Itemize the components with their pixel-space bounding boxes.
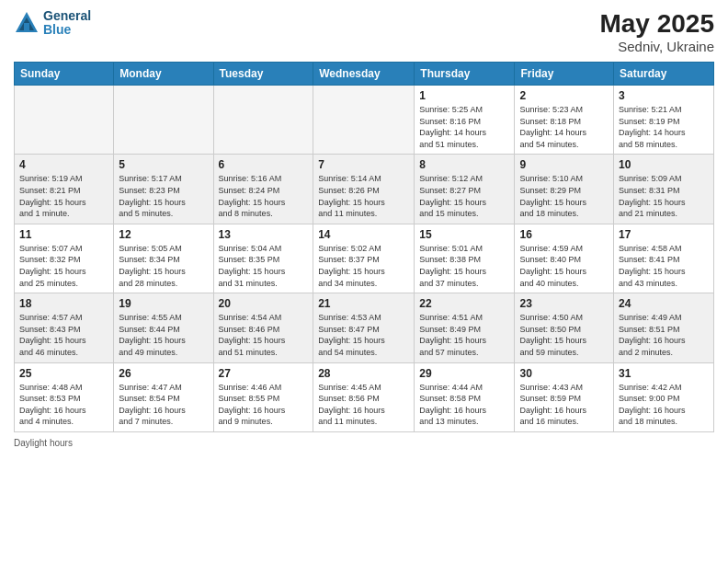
day-number: 23 — [519, 297, 609, 310]
calendar-cell: 4Sunrise: 5:19 AM Sunset: 8:21 PM Daylig… — [15, 155, 114, 224]
calendar-cell: 23Sunrise: 4:50 AM Sunset: 8:50 PM Dayli… — [515, 293, 614, 362]
calendar-cell: 13Sunrise: 5:04 AM Sunset: 8:35 PM Dayli… — [213, 224, 313, 293]
day-number: 1 — [419, 89, 509, 102]
logo-icon — [14, 10, 40, 36]
day-number: 19 — [119, 297, 208, 310]
day-number: 13 — [219, 228, 309, 241]
day-info: Sunrise: 5:09 AM Sunset: 8:31 PM Dayligh… — [619, 173, 709, 219]
day-info: Sunrise: 5:10 AM Sunset: 8:29 PM Dayligh… — [519, 173, 609, 219]
sub-title: Sedniv, Ukraine — [599, 39, 714, 54]
day-info: Sunrise: 4:44 AM Sunset: 8:58 PM Dayligh… — [419, 382, 509, 428]
calendar-cell: 6Sunrise: 5:16 AM Sunset: 8:24 PM Daylig… — [213, 155, 313, 224]
day-info: Sunrise: 5:23 AM Sunset: 8:18 PM Dayligh… — [519, 104, 609, 150]
calendar-cell: 20Sunrise: 4:54 AM Sunset: 8:46 PM Dayli… — [213, 293, 313, 362]
calendar-cell: 29Sunrise: 4:44 AM Sunset: 8:58 PM Dayli… — [415, 362, 515, 431]
day-number: 21 — [318, 297, 409, 310]
calendar-cell: 12Sunrise: 5:05 AM Sunset: 8:34 PM Dayli… — [114, 224, 213, 293]
day-info: Sunrise: 4:58 AM Sunset: 8:41 PM Dayligh… — [619, 243, 709, 289]
day-info: Sunrise: 4:53 AM Sunset: 8:47 PM Dayligh… — [318, 312, 409, 358]
title-block: May 2025 Sedniv, Ukraine — [599, 9, 714, 54]
day-info: Sunrise: 5:02 AM Sunset: 8:37 PM Dayligh… — [318, 243, 409, 289]
calendar-cell: 17Sunrise: 4:58 AM Sunset: 8:41 PM Dayli… — [614, 224, 714, 293]
day-info: Sunrise: 4:46 AM Sunset: 8:55 PM Dayligh… — [219, 382, 309, 428]
logo: General Blue — [14, 9, 91, 38]
day-number: 25 — [19, 367, 108, 380]
calendar-cell: 1Sunrise: 5:25 AM Sunset: 8:16 PM Daylig… — [415, 86, 515, 155]
calendar-cell: 5Sunrise: 5:17 AM Sunset: 8:23 PM Daylig… — [114, 155, 213, 224]
calendar-cell: 28Sunrise: 4:45 AM Sunset: 8:56 PM Dayli… — [313, 362, 415, 431]
calendar-cell: 19Sunrise: 4:55 AM Sunset: 8:44 PM Dayli… — [114, 293, 213, 362]
day-number: 26 — [119, 367, 208, 380]
calendar-cell: 26Sunrise: 4:47 AM Sunset: 8:54 PM Dayli… — [114, 362, 213, 431]
day-info: Sunrise: 4:43 AM Sunset: 8:59 PM Dayligh… — [519, 382, 609, 428]
calendar-cell — [213, 86, 313, 155]
svg-rect-2 — [24, 23, 29, 30]
col-header-thursday: Thursday — [415, 63, 515, 86]
day-info: Sunrise: 5:14 AM Sunset: 8:26 PM Dayligh… — [318, 173, 409, 219]
day-number: 2 — [519, 89, 609, 102]
calendar-cell: 10Sunrise: 5:09 AM Sunset: 8:31 PM Dayli… — [614, 155, 714, 224]
logo-text-general: General — [43, 9, 91, 23]
calendar-cell: 18Sunrise: 4:57 AM Sunset: 8:43 PM Dayli… — [15, 293, 114, 362]
day-number: 11 — [19, 228, 108, 241]
calendar-cell: 2Sunrise: 5:23 AM Sunset: 8:18 PM Daylig… — [515, 86, 614, 155]
day-info: Sunrise: 5:05 AM Sunset: 8:34 PM Dayligh… — [119, 243, 208, 289]
page: General Blue May 2025 Sedniv, Ukraine Su… — [0, 0, 728, 563]
day-number: 6 — [219, 158, 309, 171]
main-title: May 2025 — [599, 9, 714, 39]
calendar-cell: 16Sunrise: 4:59 AM Sunset: 8:40 PM Dayli… — [515, 224, 614, 293]
calendar-header-row: SundayMondayTuesdayWednesdayThursdayFrid… — [15, 63, 714, 86]
day-number: 14 — [318, 228, 409, 241]
week-row-3: 11Sunrise: 5:07 AM Sunset: 8:32 PM Dayli… — [15, 224, 714, 293]
daylight-label: Daylight hours — [14, 438, 73, 448]
day-info: Sunrise: 5:17 AM Sunset: 8:23 PM Dayligh… — [119, 173, 208, 219]
day-number: 15 — [419, 228, 509, 241]
calendar-cell: 11Sunrise: 5:07 AM Sunset: 8:32 PM Dayli… — [15, 224, 114, 293]
logo-text-blue: Blue — [43, 23, 91, 37]
calendar-table: SundayMondayTuesdayWednesdayThursdayFrid… — [14, 62, 714, 432]
day-info: Sunrise: 4:45 AM Sunset: 8:56 PM Dayligh… — [318, 382, 409, 428]
day-number: 12 — [119, 228, 208, 241]
day-info: Sunrise: 4:59 AM Sunset: 8:40 PM Dayligh… — [519, 243, 609, 289]
col-header-friday: Friday — [515, 63, 614, 86]
calendar-cell — [114, 86, 213, 155]
calendar-cell: 24Sunrise: 4:49 AM Sunset: 8:51 PM Dayli… — [614, 293, 714, 362]
calendar-cell: 8Sunrise: 5:12 AM Sunset: 8:27 PM Daylig… — [415, 155, 515, 224]
calendar-cell: 9Sunrise: 5:10 AM Sunset: 8:29 PM Daylig… — [515, 155, 614, 224]
day-info: Sunrise: 5:04 AM Sunset: 8:35 PM Dayligh… — [219, 243, 309, 289]
calendar-cell: 7Sunrise: 5:14 AM Sunset: 8:26 PM Daylig… — [313, 155, 415, 224]
week-row-4: 18Sunrise: 4:57 AM Sunset: 8:43 PM Dayli… — [15, 293, 714, 362]
calendar-cell: 22Sunrise: 4:51 AM Sunset: 8:49 PM Dayli… — [415, 293, 515, 362]
day-info: Sunrise: 5:12 AM Sunset: 8:27 PM Dayligh… — [419, 173, 509, 219]
day-info: Sunrise: 5:07 AM Sunset: 8:32 PM Dayligh… — [19, 243, 108, 289]
calendar-cell: 27Sunrise: 4:46 AM Sunset: 8:55 PM Dayli… — [213, 362, 313, 431]
week-row-2: 4Sunrise: 5:19 AM Sunset: 8:21 PM Daylig… — [15, 155, 714, 224]
day-info: Sunrise: 5:16 AM Sunset: 8:24 PM Dayligh… — [219, 173, 309, 219]
day-number: 4 — [19, 158, 108, 171]
day-number: 9 — [519, 158, 609, 171]
day-number: 17 — [619, 228, 709, 241]
day-info: Sunrise: 4:49 AM Sunset: 8:51 PM Dayligh… — [619, 312, 709, 358]
calendar-cell: 14Sunrise: 5:02 AM Sunset: 8:37 PM Dayli… — [313, 224, 415, 293]
col-header-wednesday: Wednesday — [313, 63, 415, 86]
day-info: Sunrise: 4:51 AM Sunset: 8:49 PM Dayligh… — [419, 312, 509, 358]
header: General Blue May 2025 Sedniv, Ukraine — [14, 9, 714, 54]
day-number: 8 — [419, 158, 509, 171]
day-number: 30 — [519, 367, 609, 380]
day-number: 20 — [219, 297, 309, 310]
day-info: Sunrise: 5:25 AM Sunset: 8:16 PM Dayligh… — [419, 104, 509, 150]
day-info: Sunrise: 4:54 AM Sunset: 8:46 PM Dayligh… — [219, 312, 309, 358]
day-number: 22 — [419, 297, 509, 310]
day-number: 7 — [318, 158, 409, 171]
calendar-cell: 3Sunrise: 5:21 AM Sunset: 8:19 PM Daylig… — [614, 86, 714, 155]
day-number: 27 — [219, 367, 309, 380]
calendar-cell: 31Sunrise: 4:42 AM Sunset: 9:00 PM Dayli… — [614, 362, 714, 431]
calendar-cell: 21Sunrise: 4:53 AM Sunset: 8:47 PM Dayli… — [313, 293, 415, 362]
day-number: 31 — [619, 367, 709, 380]
calendar-cell — [313, 86, 415, 155]
calendar-cell: 15Sunrise: 5:01 AM Sunset: 8:38 PM Dayli… — [415, 224, 515, 293]
calendar-cell: 25Sunrise: 4:48 AM Sunset: 8:53 PM Dayli… — [15, 362, 114, 431]
col-header-monday: Monday — [114, 63, 213, 86]
week-row-5: 25Sunrise: 4:48 AM Sunset: 8:53 PM Dayli… — [15, 362, 714, 431]
col-header-tuesday: Tuesday — [213, 63, 313, 86]
